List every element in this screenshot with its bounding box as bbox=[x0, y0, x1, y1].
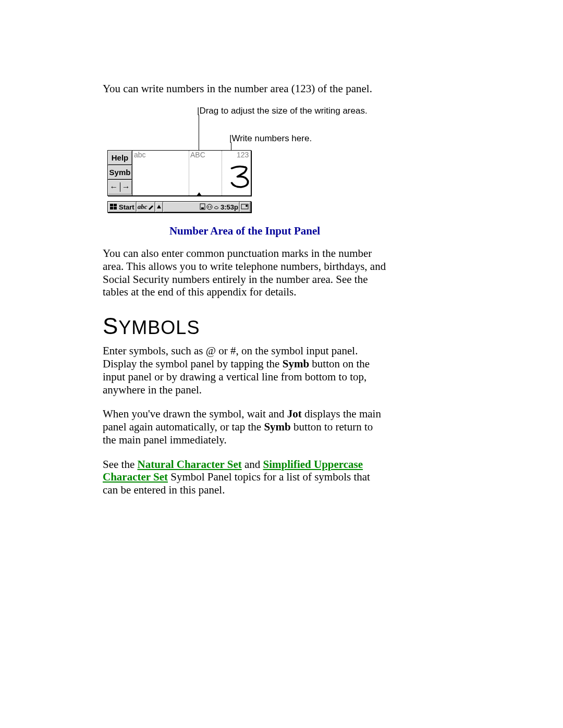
arrow-left-button[interactable]: ← bbox=[108, 182, 120, 192]
symbols-paragraph-3: See the Natural Character Set and Simpli… bbox=[103, 458, 387, 497]
start-label: Start bbox=[119, 203, 134, 211]
desktop-icon bbox=[241, 203, 249, 211]
panel-side-buttons: Help Symb ← → bbox=[108, 151, 132, 195]
svg-rect-2 bbox=[110, 207, 113, 209]
symb-bold-1: Symb bbox=[283, 357, 309, 370]
svg-rect-0 bbox=[110, 204, 113, 206]
svg-point-6 bbox=[207, 204, 212, 209]
area-label-numbers: 123 bbox=[237, 151, 249, 159]
pen-icon bbox=[148, 204, 154, 210]
symb-bold-2: Symb bbox=[264, 421, 290, 433]
svg-rect-3 bbox=[114, 207, 117, 209]
intro-paragraph: You can write numbers in the number area… bbox=[103, 82, 387, 95]
callout-write-text: Write numbers here. bbox=[231, 133, 312, 143]
input-panel: Help Symb ← → abc ABC 123 bbox=[107, 150, 251, 196]
tray-icon-1 bbox=[200, 203, 206, 211]
area-label-lowercase: abc bbox=[134, 151, 146, 159]
keyboard-toggle-button[interactable] bbox=[155, 202, 163, 212]
heading-symbols: SYMBOLS bbox=[103, 313, 387, 339]
windows-logo-icon bbox=[109, 203, 118, 211]
arrow-buttons: ← → bbox=[108, 180, 132, 194]
document-page: You can write numbers in the number area… bbox=[0, 0, 563, 728]
area-label-uppercase: ABC bbox=[190, 151, 205, 159]
taskbar-clock: 3:53p bbox=[221, 203, 238, 211]
link-natural-charset[interactable]: Natural Character Set bbox=[137, 458, 241, 471]
figure-caption: Number Area of the Input Panel bbox=[103, 225, 387, 238]
svg-point-8 bbox=[246, 205, 248, 207]
content-column: You can write numbers in the number area… bbox=[103, 82, 387, 497]
input-mode-label: abc bbox=[138, 203, 148, 211]
handwritten-glyph bbox=[228, 164, 251, 194]
tray-icon-3 bbox=[213, 203, 219, 211]
drag-handle-icon[interactable] bbox=[197, 192, 202, 196]
callout-drag: |Drag to adjust the size of the writing … bbox=[197, 106, 368, 116]
taskbar: Start abc 3:53p bbox=[107, 201, 251, 213]
start-button[interactable]: Start bbox=[108, 202, 137, 212]
heading-first-letter: S bbox=[103, 313, 118, 339]
area-divider-2 bbox=[222, 151, 222, 195]
arrow-right-button[interactable]: → bbox=[120, 182, 132, 192]
area-divider-1 bbox=[189, 151, 189, 195]
symb-button[interactable]: Symb bbox=[108, 165, 132, 180]
callout-drag-text: Drag to adjust the size of the writing a… bbox=[199, 106, 367, 116]
up-triangle-icon bbox=[156, 204, 162, 210]
handwritten-three-icon bbox=[228, 164, 251, 189]
paragraph-punctuation: You can also enter common punctuation ma… bbox=[103, 247, 387, 299]
symbols-paragraph-1: Enter symbols, such as @ or #, on the sy… bbox=[103, 344, 387, 396]
help-button[interactable]: Help bbox=[108, 151, 132, 165]
heading-rest: YMBOLS bbox=[118, 317, 200, 338]
symbols-paragraph-2: When you've drawn the symbol, wait and J… bbox=[103, 408, 387, 446]
svg-rect-5 bbox=[201, 207, 204, 209]
svg-rect-1 bbox=[114, 204, 117, 206]
input-mode-button[interactable]: abc bbox=[137, 202, 156, 212]
jot-bold: Jot bbox=[287, 408, 302, 420]
callout-write: |Write numbers here. bbox=[229, 133, 312, 144]
tray-area: 3:53p bbox=[163, 202, 240, 212]
desktop-button[interactable] bbox=[240, 202, 251, 212]
input-panel-figure: |Drag to adjust the size of the writing … bbox=[103, 106, 387, 215]
tray-icon-2 bbox=[206, 203, 213, 211]
